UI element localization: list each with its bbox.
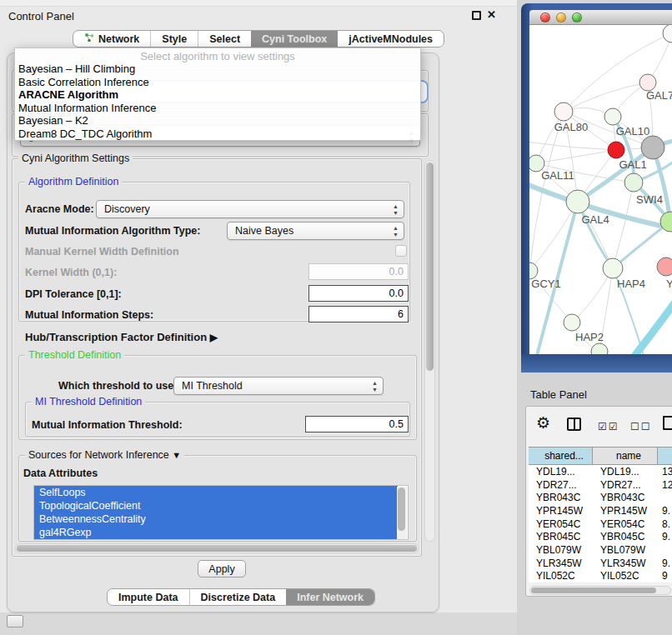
close-panel-icon[interactable]: ✕ bbox=[487, 8, 496, 21]
hub-definition-toggle[interactable]: Hub/Transcription Factor Definition ▶ bbox=[25, 331, 218, 343]
deselect-all-columns-icon[interactable]: ☐☐ bbox=[630, 421, 652, 432]
node-hap2[interactable] bbox=[564, 314, 580, 331]
dpi-tolerance-field[interactable] bbox=[308, 285, 409, 302]
network-window-frame-bottom bbox=[521, 354, 672, 372]
scrollbar-thumb[interactable] bbox=[17, 545, 417, 552]
window-top-strip bbox=[0, 0, 517, 7]
tab-select[interactable]: Select bbox=[198, 31, 251, 47]
node-gal4[interactable] bbox=[566, 190, 589, 213]
node-gal1-selected[interactable] bbox=[608, 142, 624, 158]
node-label: GAL7 bbox=[646, 89, 672, 102]
mi-threshold-field[interactable] bbox=[305, 416, 409, 432]
document-icon[interactable] bbox=[663, 416, 672, 430]
node-label: HAP2 bbox=[575, 331, 604, 343]
node-swi4[interactable] bbox=[624, 173, 643, 192]
network-tab-icon bbox=[84, 32, 94, 45]
node-gray[interactable] bbox=[641, 136, 664, 159]
node-hap4[interactable] bbox=[603, 258, 623, 278]
aracne-mode-combobox[interactable]: Discovery ▲▼ bbox=[96, 200, 404, 218]
tab-discretize-data[interactable]: Discretize Data bbox=[189, 589, 287, 605]
tab-cyni-toolbox[interactable]: Cyni Toolbox bbox=[251, 31, 338, 47]
close-window-icon[interactable] bbox=[540, 12, 550, 22]
settings-vertical-scrollbar[interactable] bbox=[424, 160, 435, 542]
column-header-shared-name[interactable]: shared... bbox=[529, 448, 593, 464]
menu-item-basic-correlation[interactable]: Basic Correlation Inference bbox=[15, 76, 420, 89]
column-header-partial[interactable]: A bbox=[658, 448, 672, 464]
node-gcy1[interactable] bbox=[529, 262, 538, 279]
kernel-width-field[interactable] bbox=[308, 263, 409, 280]
network-graph: GAL7 GAL80 GAL10 GAL1 GAL11 SWI4 GAL4 GC… bbox=[529, 25, 672, 354]
scrollbar-thumb[interactable] bbox=[531, 588, 656, 593]
node-partial-bottom[interactable] bbox=[591, 343, 608, 354]
menu-item-dream8[interactable]: Dream8 DC_TDC Algorithm bbox=[15, 128, 420, 141]
table-horizontal-scrollbar[interactable] bbox=[529, 586, 671, 595]
node-label: GCY1 bbox=[531, 278, 560, 290]
table-row[interactable]: YDR27...YDR27...12 bbox=[529, 478, 672, 492]
tab-style[interactable]: Style bbox=[150, 31, 198, 47]
mi-algorithm-type-combobox[interactable]: Naive Bayes ▲▼ bbox=[227, 222, 404, 240]
combo-arrows-icon: ▲▼ bbox=[393, 225, 399, 238]
mi-type-label: Mutual Information Algorithm Type: bbox=[25, 225, 200, 237]
network-node-labels: GAL7 GAL80 GAL10 GAL1 GAL11 SWI4 GAL4 GC… bbox=[531, 89, 672, 343]
which-threshold-label: Which threshold to use: bbox=[58, 380, 177, 392]
tab-jactivemnodules[interactable]: jActiveMNodules bbox=[338, 31, 444, 47]
table-row[interactable]: YBL079WYBL079W bbox=[529, 543, 672, 557]
table-row[interactable]: YBR045CYBR045C9. bbox=[529, 530, 672, 543]
table-panel-title: Table Panel bbox=[530, 388, 587, 401]
manual-kernel-label: Manual Kernel Width Definition bbox=[25, 246, 179, 258]
panel-grip-icon[interactable] bbox=[7, 615, 23, 628]
apply-button[interactable]: Apply bbox=[198, 560, 246, 578]
minimize-window-icon[interactable] bbox=[556, 12, 566, 22]
node-label: GAL10 bbox=[616, 125, 649, 138]
list-item[interactable]: SelfLoops bbox=[34, 486, 398, 499]
list-scrollbar[interactable] bbox=[397, 487, 407, 539]
table-row[interactable]: YIL052CYIL052C9 bbox=[529, 570, 672, 583]
settings-horizontal-scrollbar[interactable] bbox=[15, 543, 419, 553]
node-label: GAL4 bbox=[581, 213, 609, 226]
node-gal7[interactable] bbox=[639, 74, 656, 91]
menu-item-aracne[interactable]: ARACNE Algorithm bbox=[15, 88, 420, 102]
node-y-partial[interactable] bbox=[657, 258, 672, 276]
menu-item-mutual-information[interactable]: Mutual Information Inference bbox=[15, 102, 420, 115]
column-header-name[interactable]: name bbox=[593, 448, 658, 464]
table-row[interactable]: YLR345WYLR345W9. bbox=[529, 557, 672, 570]
which-threshold-combobox[interactable]: MI Threshold ▲▼ bbox=[173, 377, 384, 395]
menu-item-bayesian-k2[interactable]: Bayesian – K2 bbox=[15, 114, 420, 128]
node-partial-top[interactable] bbox=[663, 25, 672, 42]
collapse-down-icon[interactable]: ▼ bbox=[172, 450, 181, 460]
list-item[interactable]: gal4RGexp bbox=[34, 526, 398, 539]
list-item[interactable]: TopologicalCoefficient bbox=[34, 499, 398, 512]
tab-impute-data[interactable]: Impute Data bbox=[108, 589, 189, 605]
table-row[interactable]: YDL19...YDL19...13 bbox=[529, 465, 672, 478]
table-row[interactable]: YPR145WYPR145W9. bbox=[529, 504, 672, 518]
table-rows: YDL19...YDL19...13 YDR27...YDR27...12 YB… bbox=[529, 465, 672, 582]
kernel-width-label: Kernel Width (0,1): bbox=[25, 267, 117, 278]
network-canvas[interactable]: GAL7 GAL80 GAL10 GAL1 GAL11 SWI4 GAL4 GC… bbox=[529, 25, 672, 354]
expand-right-icon: ▶ bbox=[210, 332, 218, 343]
mi-threshold-label: Mutual Information Threshold: bbox=[32, 419, 183, 431]
node-gal80[interactable] bbox=[554, 102, 573, 121]
data-attributes-list[interactable]: SelfLoops TopologicalCoefficient Between… bbox=[33, 485, 409, 540]
control-panel-tabs: Network Style Select Cyni Toolbox jActiv… bbox=[73, 30, 444, 48]
gear-icon[interactable]: ⚙ bbox=[536, 414, 550, 432]
scrollbar-thumb[interactable] bbox=[398, 488, 405, 531]
node-label: Y bbox=[666, 278, 672, 290]
scrollbar-thumb[interactable] bbox=[426, 162, 434, 371]
columns-icon[interactable] bbox=[567, 418, 581, 431]
table-row[interactable]: YBR043CYBR043C bbox=[529, 491, 672, 504]
table-row[interactable]: YER054CYER054C8. bbox=[529, 518, 672, 531]
zoom-window-icon[interactable] bbox=[572, 12, 582, 22]
tab-infer-network[interactable]: Infer Network bbox=[286, 589, 374, 605]
select-all-columns-icon[interactable]: ☑☑ bbox=[598, 421, 619, 432]
menu-item-bayesian-hill-climbing[interactable]: Bayesian – Hill Climbing bbox=[15, 62, 420, 76]
float-panel-icon[interactable] bbox=[472, 11, 481, 20]
manual-kernel-checkbox[interactable] bbox=[395, 245, 407, 257]
list-item[interactable]: BetweennessCentrality bbox=[34, 512, 398, 526]
node-gal10[interactable] bbox=[604, 108, 621, 125]
network-edge-cyan bbox=[629, 298, 672, 354]
mi-steps-field[interactable] bbox=[308, 306, 409, 322]
node-label: GAL11 bbox=[541, 169, 574, 182]
tab-network[interactable]: Network bbox=[73, 31, 150, 47]
table-toolbar: ⚙ ☑☑ ☐☐ bbox=[526, 407, 672, 447]
network-window-titlebar[interactable] bbox=[529, 10, 672, 25]
